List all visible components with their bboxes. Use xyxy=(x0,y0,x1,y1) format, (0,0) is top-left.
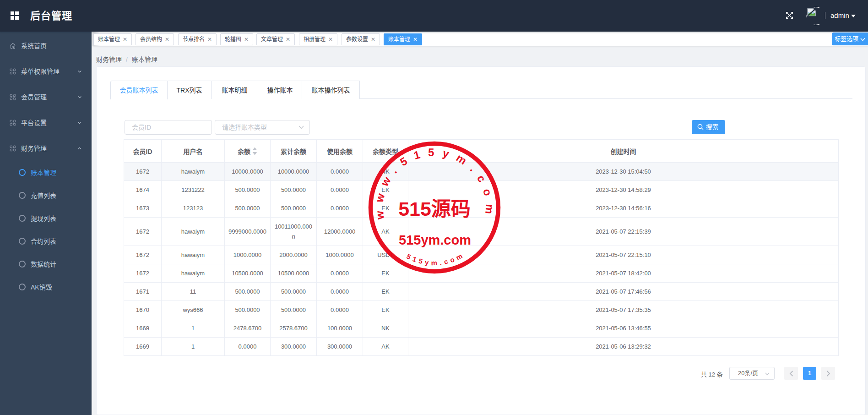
svg-text:515ym.com: 515ym.com xyxy=(406,251,466,267)
svg-text:515ym.com: 515ym.com xyxy=(399,233,471,247)
svg-text:515源码: 515源码 xyxy=(398,198,471,220)
